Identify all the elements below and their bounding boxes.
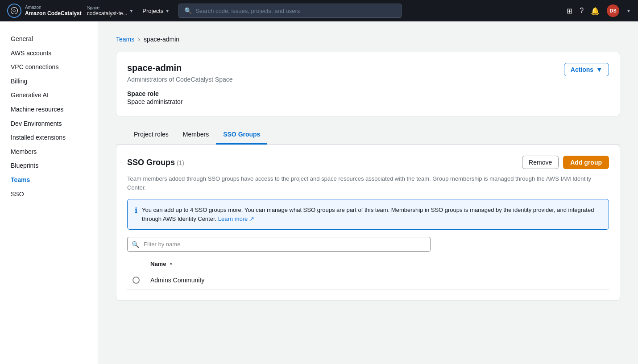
row-radio[interactable] [133,277,140,284]
main-content: Teams › space-admin space-admin Administ… [98,21,638,364]
sort-icon: ▼ [169,261,173,266]
sidebar-item-billing[interactable]: Billing [0,74,98,89]
sidebar-item-members[interactable]: Members [0,145,98,159]
info-box: ℹ You can add up to 4 SSO groups more. Y… [127,199,609,230]
sso-groups-table: Name ▼ Admins Community [127,257,609,290]
sso-header: SSO Groups (1) Remove Add group [127,156,609,169]
sidebar-item-blueprints[interactable]: Blueprints [0,159,98,173]
breadcrumb-teams-link[interactable]: Teams [116,36,134,43]
filter-search-icon: 🔍 [132,241,139,248]
search-icon: 🔍 [184,7,192,14]
sso-count: (1) [177,159,184,166]
sidebar-item-aws-accounts[interactable]: AWS accounts [0,46,98,61]
sidebar-item-dev-environments[interactable]: Dev Environments [0,117,98,131]
search-bar[interactable]: 🔍 [178,4,402,18]
actions-button[interactable]: Actions ▼ [564,63,609,76]
grid-icon[interactable]: ⊞ [567,7,572,15]
external-link-icon: ↗ [249,215,254,223]
table-row: Admins Community [127,271,609,290]
row-name: Admins Community [145,271,609,290]
sidebar-item-teams[interactable]: Teams [0,173,98,187]
tab-members[interactable]: Members [176,125,216,145]
app-name: Amazon CodeCatalyst [25,10,82,17]
team-description: Administrators of CodeCatalyst Space [127,76,233,83]
actions-dropdown-icon: ▼ [596,66,602,73]
sidebar-item-machine-resources[interactable]: Machine resources [0,103,98,117]
learn-more-link[interactable]: Learn more ↗ [218,215,254,223]
add-group-button[interactable]: Add group [563,156,609,169]
breadcrumb-current: space-admin [144,36,179,43]
space-selector[interactable]: Space codecatalyst-te... ▼ [87,5,134,17]
help-icon[interactable]: ? [580,7,584,15]
page-container: GeneralAWS accountsVPC connectionsBillin… [0,21,638,364]
space-name: codecatalyst-te... [87,10,128,17]
sidebar-item-generative-ai[interactable]: Generative AI [0,88,98,103]
user-dropdown-icon[interactable]: ▼ [626,8,631,13]
bell-icon[interactable]: 🔔 [591,7,600,15]
team-header-card: space-admin Administrators of CodeCataly… [116,52,620,116]
breadcrumb: Teams › space-admin [116,36,620,43]
sso-title: SSO Groups [127,158,175,167]
sidebar-item-installed-extensions[interactable]: Installed extensions [0,131,98,145]
search-input[interactable] [195,8,396,14]
team-role-value: Space administrator [127,98,233,105]
tab-project-roles[interactable]: Project roles [127,125,176,145]
top-nav: Amazon Amazon CodeCatalyst Space codecat… [0,0,638,21]
tabs-container: Project rolesMembersSSO Groups [116,125,620,145]
sso-description: Team members added through SSO groups ha… [127,174,609,192]
sso-groups-card: SSO Groups (1) Remove Add group Team mem… [116,145,620,301]
app-brand: Amazon [25,5,82,10]
breadcrumb-separator: › [138,36,140,43]
sidebar-item-vpc-connections[interactable]: VPC connections [0,60,98,74]
user-avatar[interactable]: DS [607,4,619,17]
sso-actions: Remove Add group [522,156,609,169]
sidebar-item-sso[interactable]: SSO [0,187,98,202]
svg-point-0 [11,8,18,14]
filter-wrapper: 🔍 [127,237,609,252]
team-title: space-admin [127,63,233,73]
team-info: space-admin Administrators of CodeCataly… [127,63,233,105]
sidebar: GeneralAWS accountsVPC connectionsBillin… [0,21,98,364]
projects-label: Projects [142,8,163,14]
col-name: Name ▼ [145,257,609,271]
row-select-cell [127,271,145,290]
sso-title-area: SSO Groups (1) [127,158,184,167]
sidebar-item-general[interactable]: General [0,32,98,46]
info-icon: ℹ [135,206,137,215]
projects-menu[interactable]: Projects ▼ [139,6,173,16]
space-dropdown-icon: ▼ [129,8,133,13]
projects-dropdown-icon: ▼ [165,8,170,13]
logo-icon [7,4,21,18]
team-role-label: Space role [127,90,233,97]
col-select [127,257,145,271]
app-logo: Amazon Amazon CodeCatalyst [7,4,82,18]
nav-right: ⊞ ? 🔔 DS ▼ [567,4,631,17]
filter-input[interactable] [127,237,431,252]
tab-sso-groups[interactable]: SSO Groups [216,125,267,145]
actions-label: Actions [571,66,593,73]
remove-button[interactable]: Remove [522,156,559,169]
info-text: You can add up to 4 SSO groups more. You… [142,206,601,223]
space-label: Space [87,5,128,10]
